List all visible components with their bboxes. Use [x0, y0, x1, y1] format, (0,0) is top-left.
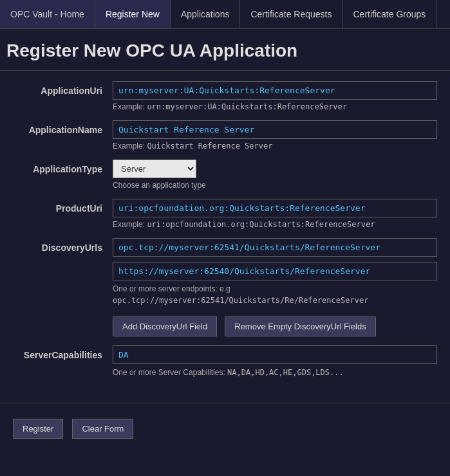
clear-form-button[interactable]: Clear Form — [72, 419, 133, 439]
discovery-urls-field: One or more server endpoints: e.g opc.tc… — [113, 238, 437, 336]
application-uri-row: ApplicationUri Example: urn:myserver:UA:… — [13, 81, 437, 111]
discovery-urls-label: DiscoveryUrls — [13, 238, 113, 253]
server-capabilities-input[interactable] — [113, 345, 437, 364]
application-type-row: ApplicationType Server Client ClientAndS… — [13, 160, 437, 190]
server-capabilities-hint: One or more Server Capabilities: NA,DA,H… — [113, 367, 437, 378]
product-uri-hint: Example: uri:opcfoundation.org:Quickstar… — [113, 220, 437, 229]
main-nav: OPC Vault - Home Register New Applicatio… — [0, 0, 450, 29]
nav-applications[interactable]: Applications — [171, 0, 241, 28]
register-button[interactable]: Register — [13, 419, 63, 439]
register-form: ApplicationUri Example: urn:myserver:UA:… — [0, 71, 450, 398]
application-type-hint: Choose an application type — [113, 181, 437, 190]
discovery-url-input-2[interactable] — [113, 262, 437, 280]
discovery-url-buttons: Add DiscoveryUrl Field Remove Empty Disc… — [113, 311, 437, 336]
application-uri-field: Example: urn:myserver:UA:Quickstarts:Ref… — [113, 81, 437, 111]
application-name-label: ApplicationName — [13, 120, 113, 135]
application-uri-label: ApplicationUri — [13, 81, 113, 96]
server-capabilities-row: ServerCapabilities One or more Server Ca… — [13, 345, 437, 378]
nav-home[interactable]: OPC Vault - Home — [0, 0, 95, 28]
discovery-urls-row: DiscoveryUrls One or more server endpoin… — [13, 238, 437, 336]
nav-certificate-requests[interactable]: Certificate Requests — [240, 0, 342, 28]
page-title: Register New OPC UA Application — [0, 29, 450, 71]
application-uri-hint: Example: urn:myserver:UA:Quickstarts:Ref… — [113, 102, 437, 111]
application-name-input[interactable] — [113, 120, 437, 139]
bottom-actions: Register Clear Form — [0, 403, 450, 449]
discovery-url-inputs — [113, 238, 437, 280]
application-name-row: ApplicationName Example: Quickstart Refe… — [13, 120, 437, 151]
application-uri-input[interactable] — [113, 81, 437, 100]
application-name-field: Example: Quickstart Reference Server — [113, 120, 437, 151]
application-type-label: ApplicationType — [13, 160, 113, 174]
application-type-field: Server Client ClientAndServer DiscoveryS… — [113, 160, 437, 190]
application-name-hint: Example: Quickstart Reference Server — [113, 142, 437, 151]
product-uri-input[interactable] — [113, 199, 437, 217]
product-uri-field: Example: uri:opcfoundation.org:Quickstar… — [113, 199, 437, 229]
remove-discovery-url-button[interactable]: Remove Empty DiscoveryUrl Fields — [225, 316, 375, 336]
discovery-url-hint: One or more server endpoints: e.g opc.tc… — [113, 283, 437, 306]
discovery-url-input-1[interactable] — [113, 238, 437, 257]
add-discovery-url-button[interactable]: Add DiscoveryUrl Field — [113, 316, 217, 336]
nav-certificate-groups[interactable]: Certificate Groups — [342, 0, 436, 28]
server-capabilities-field: One or more Server Capabilities: NA,DA,H… — [113, 345, 437, 378]
product-uri-label: ProductUri — [13, 199, 113, 214]
server-capabilities-label: ServerCapabilities — [13, 345, 113, 360]
product-uri-row: ProductUri Example: uri:opcfoundation.or… — [13, 199, 437, 229]
nav-register[interactable]: Register New — [95, 0, 171, 28]
application-type-select[interactable]: Server Client ClientAndServer DiscoveryS… — [113, 160, 196, 178]
